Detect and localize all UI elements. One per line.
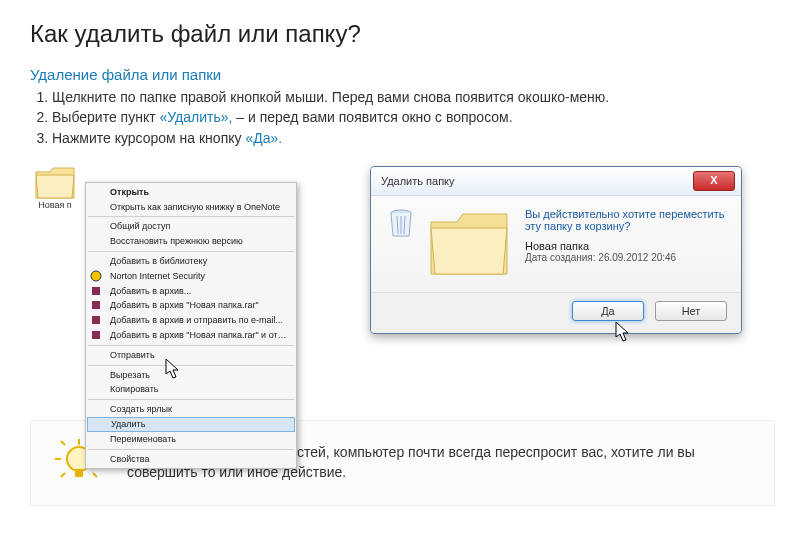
dialog-folder-icon: [427, 208, 513, 282]
menu-item-norton[interactable]: Norton Internet Security: [86, 269, 296, 284]
recycle-bin-icon: [387, 208, 415, 282]
folder-icon: Новая п: [30, 166, 80, 210]
step-1: Щелкните по папке правой кнопкой мыши. П…: [52, 87, 775, 107]
yes-button[interactable]: Да: [572, 301, 644, 321]
menu-item-onenote[interactable]: Открыть как записную книжку в OneNote: [86, 200, 296, 215]
context-menu-illustration: Новая п Открыть Открыть как записную кни…: [30, 166, 310, 396]
menu-item-send[interactable]: Отправить: [86, 348, 296, 363]
no-button[interactable]: Нет: [655, 301, 727, 321]
svg-line-16: [61, 473, 65, 477]
dialog-title: Удалить папку: [381, 175, 455, 187]
menu-item-properties[interactable]: Свойства: [86, 452, 296, 467]
archive-icon: [90, 329, 102, 341]
page-title: Как удалить файл или папку?: [30, 20, 775, 48]
svg-rect-10: [75, 469, 83, 477]
close-button[interactable]: X: [693, 171, 735, 191]
menu-item-copy[interactable]: Копировать: [86, 382, 296, 397]
menu-item-rename[interactable]: Переименовать: [86, 432, 296, 447]
archive-icon: [90, 285, 102, 297]
menu-item-open[interactable]: Открыть: [86, 185, 296, 200]
archive-icon: [90, 299, 102, 311]
folder-label: Новая п: [38, 200, 71, 210]
svg-point-0: [91, 271, 101, 281]
context-menu[interactable]: Открыть Открыть как записную книжку в On…: [85, 182, 297, 470]
step-2: Выберите пункт «Удалить», – и перед вами…: [52, 107, 775, 127]
svg-rect-4: [92, 331, 100, 339]
menu-item-add-rar-email[interactable]: Добавить в архив "Новая папка.rar" и отп…: [86, 328, 296, 343]
menu-item-add-email[interactable]: Добавить в архив и отправить по e-mail..…: [86, 313, 296, 328]
cursor-icon: [165, 358, 183, 380]
menu-item-delete[interactable]: Удалить: [87, 417, 295, 432]
delete-folder-dialog: Удалить папку X: [370, 166, 742, 334]
svg-rect-1: [92, 287, 100, 295]
dialog-folder-name: Новая папка: [525, 240, 725, 252]
menu-item-cut[interactable]: Вырезать: [86, 368, 296, 383]
archive-icon: [90, 314, 102, 326]
menu-item-library[interactable]: Добавить в библиотеку: [86, 254, 296, 269]
svg-rect-2: [92, 301, 100, 309]
cursor-icon: [615, 321, 633, 343]
norton-icon: [90, 270, 102, 282]
section-subtitle: Удаление файла или папки: [30, 66, 775, 83]
dialog-illustration: Удалить папку X: [370, 166, 742, 396]
instruction-steps: Щелкните по папке правой кнопкой мыши. П…: [30, 87, 775, 148]
menu-item-share[interactable]: Общий доступ: [86, 219, 296, 234]
step-3: Нажмите курсором на кнопку «Да».: [52, 128, 775, 148]
menu-item-add-archive[interactable]: Добавить в архив...: [86, 284, 296, 299]
menu-item-shortcut[interactable]: Создать ярлык: [86, 402, 296, 417]
svg-line-17: [93, 473, 97, 477]
dialog-folder-date: Дата создания: 26.09.2012 20:46: [525, 252, 725, 263]
menu-item-restore[interactable]: Восстановить прежнюю версию: [86, 234, 296, 249]
svg-line-14: [61, 441, 65, 445]
menu-item-add-rar[interactable]: Добавить в архив "Новая папка.rar": [86, 298, 296, 313]
svg-rect-3: [92, 316, 100, 324]
dialog-question: Вы действительно хотите переместить эту …: [525, 208, 725, 232]
